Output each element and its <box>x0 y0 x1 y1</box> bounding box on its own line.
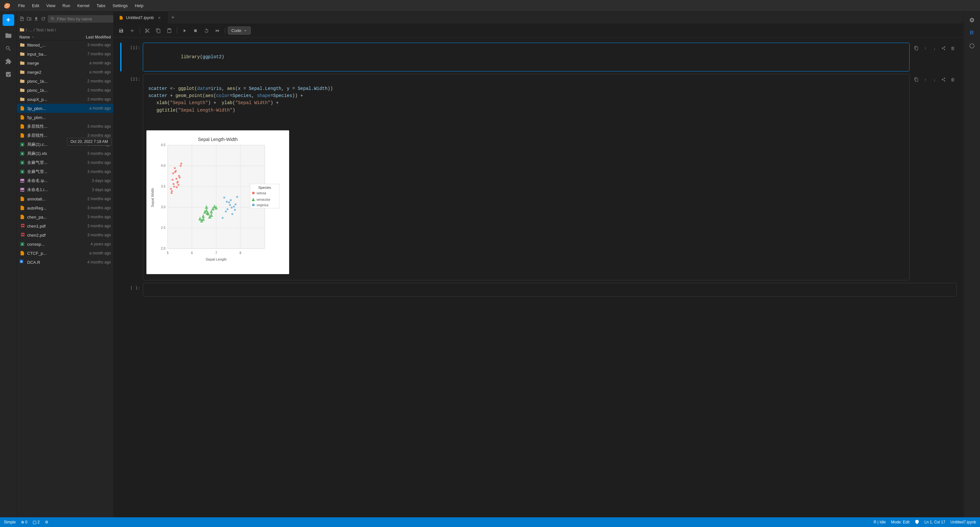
file-item[interactable]: X 全麻气管... 3 months ago <box>17 167 113 176</box>
file-item[interactable]: CTCF_p... a month ago <box>17 249 113 258</box>
kernel-type-select[interactable]: Code <box>228 27 251 35</box>
menu-help[interactable]: Help <box>132 2 147 10</box>
file-item[interactable]: autoReg... 3 months ago <box>17 203 113 212</box>
file-item[interactable]: 5p_pbm... <box>17 113 113 122</box>
share-2-icon[interactable] <box>939 75 948 84</box>
stop-button[interactable] <box>191 26 200 35</box>
sidebar: / … / Test / test / Name Last Modified f… <box>17 12 114 517</box>
fast-forward-button[interactable] <box>213 26 222 35</box>
cell-1-body[interactable]: library(ggplot2) <box>143 43 910 72</box>
run-button[interactable] <box>180 26 189 35</box>
refresh-icon[interactable] <box>41 14 46 23</box>
file-item[interactable]: 多层线性... 3 months ago <box>17 122 113 131</box>
right-circle-icon[interactable] <box>966 40 978 52</box>
new-file-button[interactable]: + <box>3 14 14 26</box>
file-item[interactable]: merge2 a month ago <box>17 67 113 77</box>
restart-button[interactable] <box>202 26 211 35</box>
delete-cell-icon[interactable]: 🗑 <box>948 44 957 53</box>
copy-cell-2-icon[interactable] <box>912 75 921 84</box>
right-r-icon[interactable]: R <box>966 27 978 39</box>
file-date: a month ago <box>65 106 111 110</box>
file-item[interactable]: R DCA.R 4 months ago <box>17 258 113 267</box>
menu-edit[interactable]: Edit <box>29 2 42 10</box>
file-date: 4 years ago <box>65 242 111 246</box>
menu-view[interactable]: View <box>43 2 59 10</box>
file-icon-folder <box>19 42 25 48</box>
status-bar: Simple ⊕ 0 2 ⚙ R | Idle Mode: Edit Ln 1,… <box>0 517 980 527</box>
file-item[interactable]: chen2.pdf 3 months ago <box>17 230 113 240</box>
status-settings-icon[interactable]: ⚙ <box>45 520 48 524</box>
file-icon-r-file: R <box>19 259 25 265</box>
menu-file[interactable]: File <box>15 2 28 10</box>
cell-2-code: scatter <- ggplot(data=iris, aes(x = Sep… <box>143 74 909 124</box>
copy-cell-icon[interactable] <box>912 44 921 53</box>
file-item[interactable]: X 全麻气管... 3 months ago <box>17 158 113 167</box>
file-item[interactable]: X 局麻(1).xls 3 months ago <box>17 149 113 158</box>
file-item[interactable]: chen1.pdf 3 months ago <box>17 222 113 230</box>
move-up-2-icon[interactable]: ↑ <box>921 75 930 84</box>
tab-bar: Untitled7.ipynb × + <box>114 12 963 24</box>
file-name: 全麻气管... <box>27 160 64 166</box>
cut-button[interactable] <box>143 26 152 35</box>
cell-2-actions: ↑ ↓ 🗑 <box>912 74 957 280</box>
file-icon-notebook <box>19 205 25 211</box>
cell-3-body[interactable] <box>143 283 957 297</box>
folder-icon[interactable] <box>3 30 14 42</box>
svg-point-81 <box>226 208 228 210</box>
file-item[interactable]: pbmc_1k... 2 months ago <box>17 77 113 86</box>
svg-point-56 <box>173 183 175 185</box>
file-item[interactable]: chen_pa... 3 months ago <box>17 212 113 222</box>
file-item[interactable]: X corresp... 4 years ago <box>17 240 113 249</box>
cell-3: [ ]: <box>120 283 957 297</box>
new-folder-icon[interactable] <box>27 14 32 23</box>
file-icon-excel: X <box>19 169 25 175</box>
file-name: 全麻气管... <box>27 169 64 175</box>
file-item[interactable]: 未命名1.i... 3 days ago <box>17 185 113 194</box>
svg-point-76 <box>228 201 230 203</box>
delete-cell-2-icon[interactable]: 🗑 <box>948 75 957 84</box>
new-file-icon[interactable] <box>19 14 25 23</box>
save-button[interactable] <box>116 26 126 35</box>
paste-button[interactable] <box>164 26 174 35</box>
upload-icon[interactable] <box>33 14 39 23</box>
add-cell-button[interactable] <box>127 26 137 35</box>
file-item[interactable]: input_ba... 7 months ago <box>17 50 113 59</box>
move-down-2-icon[interactable]: ↓ <box>930 75 939 84</box>
sort-name[interactable]: Name <box>19 35 65 40</box>
copy-button[interactable] <box>153 26 163 35</box>
search-icon[interactable] <box>3 43 14 54</box>
file-item[interactable]: annotati... 2 months ago <box>17 194 113 203</box>
tab-close[interactable]: × <box>156 15 162 21</box>
svg-point-87 <box>234 209 236 211</box>
menu-kernel[interactable]: Kernel <box>74 2 93 10</box>
cell-2-body[interactable]: scatter <- ggplot(data=iris, aes(x = Sep… <box>143 74 910 280</box>
svg-point-84 <box>236 196 238 198</box>
tab-notebook[interactable]: Untitled7.ipynb × <box>114 12 168 24</box>
svg-point-55 <box>174 171 176 173</box>
menu-tabs[interactable]: Tabs <box>93 2 108 10</box>
file-icon-excel: X <box>19 142 25 147</box>
svg-text:Sepal Length-Width: Sepal Length-Width <box>198 137 238 142</box>
extensions-icon[interactable] <box>3 56 14 67</box>
right-settings-icon[interactable] <box>966 14 978 26</box>
move-down-icon[interactable]: ↓ <box>930 44 939 53</box>
menu-settings[interactable]: Settings <box>109 2 131 10</box>
search-box[interactable] <box>48 15 114 22</box>
search-input[interactable] <box>57 16 111 21</box>
status-ln-col: Ln 1, Col 17 <box>924 520 945 524</box>
file-item[interactable]: soupX_p... 2 months ago <box>17 95 113 104</box>
file-item[interactable]: merge a month ago <box>17 59 113 67</box>
file-item[interactable]: pbmc_1k... 2 months ago <box>17 86 113 95</box>
file-item[interactable]: filtered_... 3 months ago <box>17 40 113 50</box>
breadcrumb-path: / … / Test / test / <box>26 27 56 32</box>
share-icon[interactable] <box>939 44 948 53</box>
file-item[interactable]: 未命名.ip... 3 days ago <box>17 176 113 185</box>
move-up-icon[interactable]: ↑ <box>921 44 930 53</box>
status-simple[interactable]: Simple <box>4 520 16 524</box>
menu-run[interactable]: Run <box>59 2 73 10</box>
svg-text:2.5: 2.5 <box>161 226 165 230</box>
file-item[interactable]: 3p_pbm... a month ago <box>17 104 113 113</box>
puzzle-icon[interactable] <box>3 69 14 80</box>
file-list-header: Name Last Modified <box>17 34 113 40</box>
new-tab-button[interactable]: + <box>168 12 178 24</box>
